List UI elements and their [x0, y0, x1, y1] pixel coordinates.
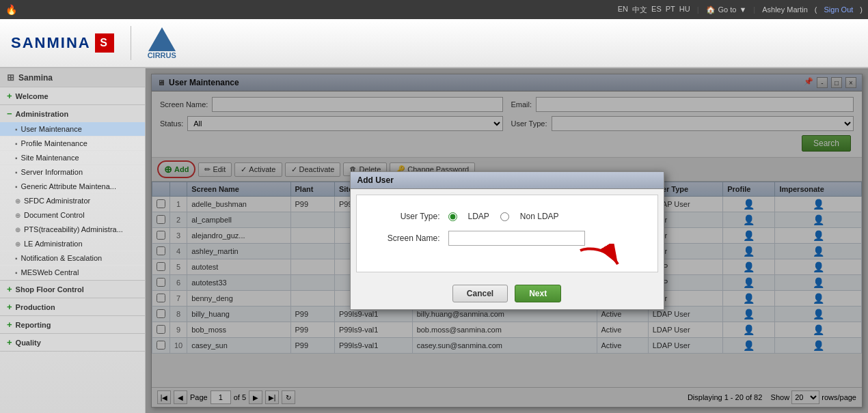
- cancel-button[interactable]: Cancel: [452, 285, 508, 302]
- page-icon: ▪: [15, 269, 18, 276]
- content-area: 🖥 User Maintenance 📌 - □ × Screen Name: …: [146, 68, 868, 413]
- page-icon: ⊕: [15, 240, 21, 248]
- plus-icon: +: [7, 337, 12, 347]
- plus-icon: +: [7, 319, 12, 330]
- plus-icon: +: [7, 91, 12, 101]
- cirrus-logo: CIRRUS: [148, 27, 176, 59]
- non-ldap-label: Non LDAP: [520, 212, 559, 221]
- modal-screen-name-input[interactable]: [448, 231, 585, 246]
- page-icon: ▪: [15, 140, 18, 147]
- ldap-radio[interactable]: [448, 212, 457, 221]
- home-icon: 🏠: [706, 5, 716, 14]
- chevron-down-icon: ▼: [739, 5, 746, 14]
- sidebar-item-notification[interactable]: ▪ Notification & Escalation: [0, 251, 145, 266]
- flame-icon: 🔥: [5, 4, 17, 15]
- modal-user-type-row: User Type: LDAP Non LDAP: [379, 212, 636, 221]
- grid-icon: ⊞: [7, 72, 14, 83]
- sidebar-administration-section: − Administration ▪ User Maintenance ▪ Pr…: [0, 105, 145, 281]
- sidebar-item-le-admin[interactable]: ⊕ LE Administration: [0, 237, 145, 251]
- lang-es[interactable]: ES: [651, 5, 662, 15]
- user-name: Ashley Martin: [762, 5, 808, 14]
- page-icon: ⊕: [15, 212, 21, 219]
- minus-icon: −: [7, 109, 12, 119]
- sidebar-item-site-maintenance[interactable]: ▪ Site Maintenance: [0, 151, 145, 165]
- sidebar: ⊞ Sanmina + Welcome − Administration ▪ U…: [0, 68, 146, 413]
- goto-link[interactable]: 🏠 Go to ▼: [706, 5, 747, 14]
- lang-zh[interactable]: 中文: [632, 5, 647, 15]
- lang-hu[interactable]: HU: [679, 5, 690, 15]
- sign-out-link[interactable]: Sign Out: [824, 5, 854, 14]
- sidebar-welcome[interactable]: + Welcome: [0, 87, 145, 104]
- page-icon: ▪: [15, 255, 18, 262]
- cirrus-triangle-icon: [148, 27, 176, 51]
- sidebar-reporting[interactable]: + Reporting: [0, 316, 145, 333]
- sidebar-shopfloor-section: + Shop Floor Control: [0, 281, 145, 298]
- page-icon: ▪: [15, 126, 18, 133]
- page-icon: ▪: [15, 154, 18, 162]
- user-type-radio-group: LDAP Non LDAP: [448, 212, 559, 221]
- sidebar-root[interactable]: ⊞ Sanmina: [0, 68, 145, 87]
- sanmina-logo: SANMINA S: [11, 33, 114, 53]
- page-icon: ▪: [15, 183, 18, 190]
- sidebar-welcome-section: + Welcome: [0, 87, 145, 105]
- plus-icon: +: [7, 284, 12, 294]
- header: SANMINA S CIRRUS: [0, 19, 868, 68]
- modal-screen-name-row: Screen Name:: [379, 231, 636, 246]
- sidebar-reporting-section: + Reporting: [0, 316, 145, 334]
- sidebar-item-pts[interactable]: ⊕ PTS(traceability) Administra...: [0, 223, 145, 237]
- header-divider: [131, 26, 131, 60]
- sidebar-item-server-information[interactable]: ▪ Server Information: [0, 165, 145, 180]
- non-ldap-radio[interactable]: [500, 212, 509, 221]
- modal-titlebar: Add User: [351, 172, 664, 189]
- sidebar-root-label: Sanmina: [18, 73, 53, 83]
- page-icon: ▪: [15, 169, 18, 176]
- top-bar: 🔥 EN 中文 ES PT HU | 🏠 Go to ▼ | Ashley Ma…: [0, 0, 868, 19]
- sidebar-quality-section: + Quality: [0, 334, 145, 352]
- sidebar-item-sfdc[interactable]: ⊕ SFDC Administrator: [0, 194, 145, 208]
- sidebar-administration[interactable]: − Administration: [0, 105, 145, 122]
- modal-body: User Type: LDAP Non LDAP Screen Name:: [356, 195, 658, 272]
- ldap-label: LDAP: [468, 212, 489, 221]
- modal-footer: Cancel Next: [351, 278, 664, 309]
- sidebar-production-section: + Production: [0, 298, 145, 316]
- sidebar-item-user-maintenance[interactable]: ▪ User Maintenance: [0, 122, 145, 137]
- modal-overlay: Add User User Type: LDAP Non LDAP Screen: [146, 68, 868, 413]
- sidebar-quality[interactable]: + Quality: [0, 334, 145, 351]
- page-icon: ⊕: [15, 197, 21, 205]
- modal-screen-name-label: Screen Name:: [379, 233, 440, 243]
- sidebar-item-document-control[interactable]: ⊕ Document Control: [0, 208, 145, 223]
- modal-user-type-label: User Type:: [379, 212, 440, 221]
- sidebar-item-generic-attribute[interactable]: ▪ Generic Attribute Maintena...: [0, 180, 145, 194]
- plus-icon: +: [7, 302, 12, 312]
- language-links: EN 中文 ES PT HU: [618, 5, 690, 15]
- sidebar-item-mesweb[interactable]: ▪ MESWeb Central: [0, 266, 145, 280]
- next-button[interactable]: Next: [515, 285, 561, 302]
- sidebar-production[interactable]: + Production: [0, 298, 145, 315]
- sidebar-shopfloor[interactable]: + Shop Floor Control: [0, 281, 145, 298]
- page-icon: ⊕: [15, 226, 21, 233]
- sidebar-item-profile-maintenance[interactable]: ▪ Profile Maintenance: [0, 137, 145, 151]
- add-user-modal: Add User User Type: LDAP Non LDAP Screen: [350, 171, 664, 310]
- lang-pt[interactable]: PT: [666, 5, 675, 15]
- sanmina-logo-box: S: [95, 33, 114, 53]
- lang-en[interactable]: EN: [618, 5, 628, 15]
